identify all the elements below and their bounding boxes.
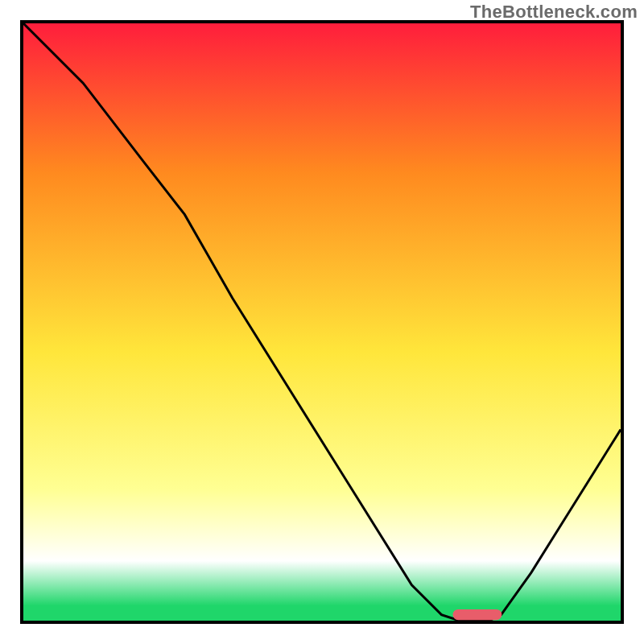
chart-container: TheBottleneck.com	[0, 0, 644, 644]
svg-rect-0	[23, 23, 621, 621]
watermark: TheBottleneck.com	[470, 2, 638, 23]
plot-area	[20, 20, 624, 624]
gradient-background	[23, 23, 621, 621]
